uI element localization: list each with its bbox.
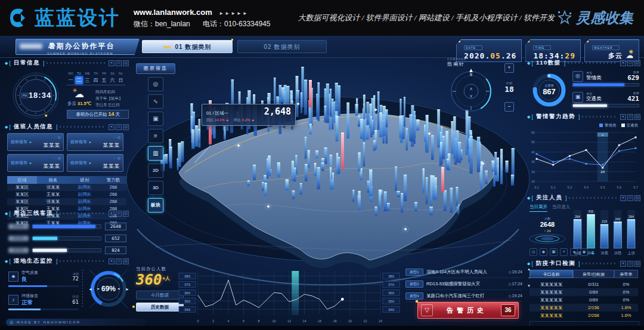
checkpoint-row[interactable]: 某某某某某0/890% [530, 296, 638, 304]
history-data-button[interactable]: 历史数据 [136, 303, 184, 312]
weekday-tu[interactable]: TU二 [75, 72, 83, 84]
close-icon[interactable]: × [620, 114, 626, 120]
scroll-up-icon[interactable]: ▲ [527, 267, 531, 271]
window-icon[interactable]: □ [116, 124, 122, 130]
focus-mini-icon-3[interactable]: ≡ [560, 248, 568, 256]
plate-tool-button[interactable]: 板块 [148, 198, 163, 212]
expand-icon[interactable]: ◱ [634, 195, 640, 201]
expand-icon[interactable]: ◱ [123, 60, 129, 66]
alert-row[interactable]: 类型2RD13-53烟感报警疑似火灾◷17:24 [405, 278, 522, 290]
close-icon[interactable]: × [109, 60, 114, 66]
noise-metric-value: 61 [72, 299, 79, 305]
checkpoint-row[interactable]: 某某某某某2/2681.6% [530, 312, 638, 319]
lanlan-logo[interactable]: 蓝蓝设计 [8, 5, 120, 32]
checkpoint-row[interactable]: 某某某某某2/1561.6% [530, 304, 638, 312]
duty-leader-name: 某某某 [44, 142, 61, 149]
3d-tool-button[interactable]: 3D [148, 181, 163, 195]
window-icon[interactable]: □ [116, 258, 122, 264]
svg-text:350: 350 [388, 300, 395, 303]
svg-text:PM: PM [23, 94, 27, 97]
window-icon[interactable]: □ [116, 211, 122, 217]
window-icon[interactable]: □ [116, 60, 122, 66]
flow-line-label: 某某线 [8, 224, 29, 229]
checkpoint-rate: 0% [614, 280, 638, 288]
tab-data-category-2[interactable]: 02 数据类别 [237, 40, 327, 53]
weekday-sa[interactable]: SA六 [109, 72, 116, 84]
focus-tab[interactable]: 当日进入 [552, 204, 570, 212]
checkpoint-rate: 1.6% [614, 312, 638, 319]
table-row[interactable]: 某某区王某某副局长268 [7, 191, 126, 198]
lunar-line1: 闰四月初四 [95, 88, 123, 95]
weekday-en: TH [92, 72, 100, 75]
alarm-history-button[interactable]: ▽ 告警历史 36 [417, 302, 519, 319]
checkpoint-col-header[interactable]: 异常率 [614, 270, 638, 278]
weekday-we[interactable]: WE三 [83, 72, 91, 84]
collect-logo[interactable]: 灵感收集 [557, 8, 633, 27]
compass-dial[interactable]: N∧∨ [447, 67, 495, 115]
close-icon[interactable]: × [620, 261, 626, 267]
site-url[interactable]: www.lanlanwork.com [134, 8, 212, 17]
tab-data-category-1[interactable]: 01 数据类别 [142, 40, 233, 53]
table-row[interactable]: 某某区张某某副局长268 [7, 184, 126, 191]
checkpoint-row[interactable]: 某某某某某0/890% [530, 288, 638, 296]
bar-chart-tool-button[interactable]: ▥ [148, 146, 163, 161]
expand-icon[interactable]: ◱ [123, 124, 129, 130]
focus-mini-icon-1[interactable]: ◆ [540, 248, 547, 256]
expand-icon[interactable]: ◱ [634, 60, 640, 66]
checkpoint-row[interactable]: 某某某某某0/3110% [530, 280, 638, 288]
svg-text:20: 20 [348, 319, 352, 323]
window-icon[interactable]: □ [627, 261, 633, 267]
list-tool-button[interactable]: ≡ [148, 129, 163, 143]
close-icon[interactable]: × [109, 258, 114, 264]
weekday-mo[interactable]: MO一 [67, 72, 75, 84]
focus-mini-icon-2[interactable]: ▣ [550, 248, 558, 256]
weekday-su[interactable]: SU日 [117, 72, 125, 84]
svg-text:5.4: 5.4 [584, 186, 589, 189]
dashboard: 暑期办公协作平台 SUMMER WORKING PLATFORM 01 数据类别… [0, 36, 644, 330]
panel-title: 防疫卡口检测 [536, 260, 575, 267]
close-icon[interactable]: × [620, 195, 626, 201]
zoom-in-button[interactable]: + [504, 63, 514, 73]
alert-row[interactable]: 类型4某路口有小汽车连闯三个红灯◷19:24 [405, 290, 522, 302]
checkpoint-col-header[interactable]: 异常/已检测 [573, 270, 614, 278]
duty-leader-card[interactable]: 值班领导··· ◎某某某 [7, 154, 64, 172]
focus-mini-icon-0[interactable]: ◎ [530, 248, 537, 256]
weekday-fr[interactable]: FR五 [100, 72, 108, 84]
alarm-type-item: ▣类型交通类数量421 [572, 91, 639, 107]
duty-role-label: 值班领导 [70, 161, 92, 165]
duty-leader-card[interactable]: 值班领导··· ◎某某某 [7, 133, 64, 151]
close-icon[interactable]: × [109, 124, 114, 130]
focus-tab[interactable]: 当日离开 [530, 204, 547, 212]
expand-icon[interactable]: ◱ [123, 211, 129, 217]
alert-row[interactable]: 类型1湿地3-104片区有不明人员闯入◷19:24 [405, 266, 522, 278]
scroll-down-icon[interactable]: ▼ [527, 284, 531, 288]
svg-text:- 69% -: - 69% - [97, 285, 120, 293]
2d-tool-button[interactable]: 2D [148, 164, 163, 178]
duty-leader-card[interactable]: 值班领导··· ◎某某某 [67, 133, 123, 151]
site-header: 蓝蓝设计 www.lanlanwork.com ►►►►► 微信：ben_lan… [0, 0, 644, 36]
close-icon[interactable]: × [620, 60, 626, 66]
duty-role-label: 值班领导 [70, 140, 92, 144]
alert-time: ◷19:24 [508, 294, 522, 298]
duty-leader-card[interactable]: 值班领导··· ◎某某某 [67, 154, 123, 172]
window-icon[interactable]: □ [627, 114, 633, 120]
camera-tool-button[interactable]: ◎ [148, 77, 163, 91]
expand-icon[interactable]: ◱ [123, 258, 129, 264]
weekday-th[interactable]: TH四 [92, 72, 100, 84]
checkpoint-col-header[interactable]: 卡口名称 [530, 270, 573, 278]
signal-tool-button[interactable]: ∿ [148, 94, 163, 109]
today-data-button[interactable]: 今日数据 [136, 291, 184, 300]
phone-label: 电话：010-63334945 [203, 20, 270, 28]
svg-text:涉黑: 涉黑 [601, 251, 609, 255]
expand-icon[interactable]: ◱ [634, 261, 640, 267]
vehicle-tool-button[interactable]: ▣ [148, 112, 163, 126]
divider [82, 270, 83, 308]
eco-gauge: ◄►- 69% - [86, 266, 131, 313]
zoom-out-button[interactable]: − [504, 102, 514, 112]
expand-icon[interactable]: ◱ [634, 114, 640, 120]
window-icon[interactable]: □ [627, 195, 633, 201]
window-icon[interactable]: □ [627, 60, 633, 66]
svg-text:242: 242 [615, 217, 620, 221]
close-icon[interactable]: × [109, 211, 114, 217]
table-row[interactable]: 某某区张某某副局长268 [7, 198, 126, 205]
